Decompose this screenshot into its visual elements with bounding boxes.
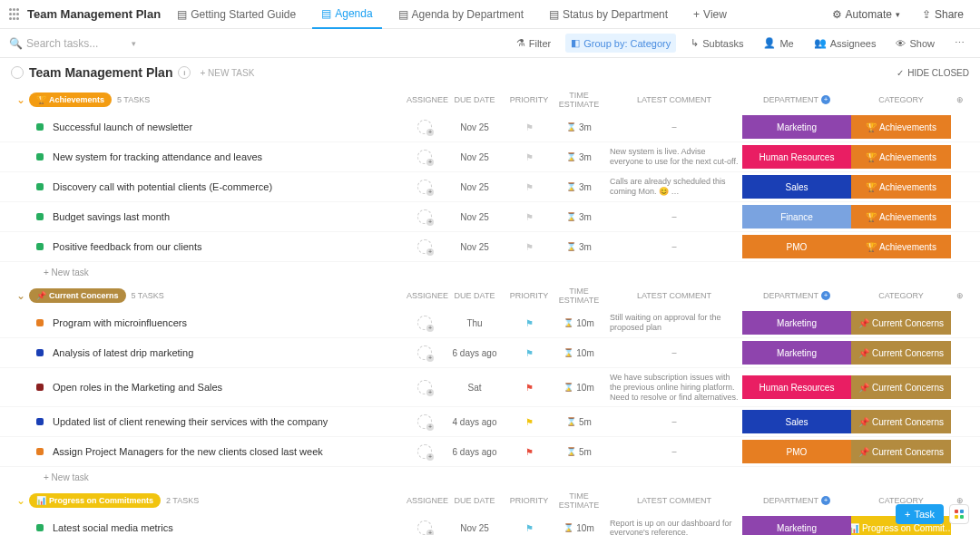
cell-category[interactable]: 🏆Achievements (851, 205, 951, 229)
status-indicator[interactable] (36, 183, 44, 190)
cell-department[interactable]: Finance (742, 205, 851, 229)
task-row[interactable]: Program with microinfluencersThu⚑⌛10mSti… (0, 308, 980, 338)
cell-due-date[interactable]: 6 days ago (443, 348, 506, 358)
task-row[interactable]: New system for tracking attendance and l… (0, 142, 980, 172)
task-name[interactable]: New system for tracking attendance and l… (53, 151, 407, 162)
new-task-button[interactable]: + New task (0, 467, 980, 488)
cell-department[interactable]: Sales (742, 175, 851, 199)
add-column-button[interactable]: ⊕ (951, 291, 969, 300)
col-latest-comment[interactable]: LATEST COMMENT (606, 496, 742, 505)
cell-due-date[interactable]: Thu (443, 318, 506, 328)
cell-category[interactable]: 🏆Achievements (851, 175, 951, 199)
cell-time-estimate[interactable]: ⌛3m (552, 182, 606, 192)
group-badge[interactable]: 📌Current Concerns (29, 288, 126, 303)
cell-time-estimate[interactable]: ⌛5m (552, 417, 606, 427)
cell-due-date[interactable]: Nov 25 (443, 212, 506, 222)
task-row[interactable]: Updated list of client renewing their se… (0, 407, 980, 437)
cell-assignee[interactable] (407, 520, 443, 535)
cell-category[interactable]: 🏆Achievements (851, 145, 951, 169)
cell-latest-comment[interactable]: – (606, 240, 742, 254)
assignees-button[interactable]: 👥 Assignees (808, 34, 882, 53)
more-button[interactable]: ⋯ (949, 34, 971, 53)
cell-time-estimate[interactable]: ⌛5m (552, 447, 606, 457)
cell-latest-comment[interactable]: We have subscription issues with the pre… (606, 371, 742, 404)
cell-department[interactable]: Marketing (742, 115, 851, 139)
col-assignee[interactable]: ASSIGNEE (407, 95, 443, 104)
cell-time-estimate[interactable]: ⌛3m (552, 242, 606, 252)
show-button[interactable]: 👁 Show (890, 34, 940, 53)
cell-category[interactable]: 📌Current Concerns (851, 311, 951, 335)
task-name[interactable]: Updated list of client renewing their se… (53, 416, 407, 427)
status-indicator[interactable] (36, 153, 44, 160)
filter-button[interactable]: ⚗ Filter (511, 34, 556, 53)
status-indicator[interactable] (36, 319, 44, 326)
tab-agenda[interactable]: ▤Agenda (312, 0, 381, 29)
cell-priority[interactable]: ⚑ (506, 383, 552, 392)
status-indicator[interactable] (36, 524, 44, 531)
task-name[interactable]: Budget savings last month (53, 211, 407, 222)
cell-assignee[interactable] (407, 316, 443, 330)
add-assignee-icon[interactable] (417, 444, 432, 459)
task-row[interactable]: Assign Project Managers for the new clie… (0, 437, 980, 467)
status-indicator[interactable] (36, 448, 44, 455)
cell-priority[interactable]: ⚑ (506, 523, 552, 532)
cell-category[interactable]: 🏆Achievements (851, 115, 951, 139)
cell-priority[interactable]: ⚑ (506, 318, 552, 327)
cell-time-estimate[interactable]: ⌛10m (552, 383, 606, 393)
cell-assignee[interactable] (407, 209, 443, 224)
col-priority[interactable]: PRIORITY (506, 291, 552, 300)
col-department[interactable]: DEPARTMENT + (742, 496, 851, 505)
add-assignee-icon[interactable] (417, 120, 432, 134)
cell-priority[interactable]: ⚑ (506, 212, 552, 221)
new-task-button[interactable]: + New task (0, 262, 980, 283)
cell-assignee[interactable] (407, 150, 443, 164)
cell-priority[interactable]: ⚑ (506, 152, 552, 161)
cell-time-estimate[interactable]: ⌛3m (552, 122, 606, 132)
fab-apps[interactable] (949, 504, 969, 524)
add-assignee-icon[interactable] (417, 209, 432, 224)
cell-due-date[interactable]: 4 days ago (443, 417, 506, 427)
col-due-date[interactable]: DUE DATE (443, 95, 506, 104)
add-view-button[interactable]: + View (684, 0, 736, 29)
add-assignee-icon[interactable] (417, 520, 432, 535)
cell-department[interactable]: Marketing (742, 341, 851, 365)
flag-icon[interactable]: ⚑ (524, 447, 534, 456)
group-badge[interactable]: 🏆Achievements (29, 92, 112, 107)
add-assignee-icon[interactable] (417, 180, 432, 194)
task-name[interactable]: Program with microinfluencers (53, 317, 407, 328)
cell-time-estimate[interactable]: ⌛10m (552, 523, 606, 533)
cell-due-date[interactable]: Nov 25 (443, 523, 506, 533)
flag-icon[interactable]: ⚑ (524, 348, 534, 357)
cell-assignee[interactable] (407, 414, 443, 429)
cell-department[interactable]: Marketing (742, 311, 851, 335)
cell-department[interactable]: Marketing (742, 516, 851, 535)
collapse-icon[interactable]: ⌄ (16, 494, 29, 507)
cell-due-date[interactable]: Nov 25 (443, 242, 506, 252)
col-time-estimate[interactable]: TIME ESTIMATE (552, 287, 606, 305)
task-row[interactable]: Latest social media metricsNov 25⚑⌛10mRe… (0, 513, 980, 535)
subtasks-button[interactable]: ↳ Subtasks (685, 34, 749, 53)
cell-latest-comment[interactable]: – (606, 121, 742, 134)
fab-new-task[interactable]: + Task (896, 504, 944, 524)
cell-department[interactable]: Sales (742, 410, 851, 433)
col-latest-comment[interactable]: LATEST COMMENT (606, 291, 742, 300)
cell-priority[interactable]: ⚑ (506, 182, 552, 191)
col-assignee[interactable]: ASSIGNEE (407, 496, 443, 505)
col-category[interactable]: CATEGORY (851, 95, 951, 104)
automate-button[interactable]: ⚙ Automate ▾ (825, 8, 907, 21)
search-input[interactable]: 🔍 Search tasks... ▾ (9, 37, 136, 50)
col-due-date[interactable]: DUE DATE (443, 496, 506, 505)
tab-agenda-by-department[interactable]: ▤Agenda by Department (389, 0, 533, 29)
add-assignee-icon[interactable] (417, 239, 432, 254)
cell-due-date[interactable]: Sat (443, 383, 506, 393)
task-name[interactable]: Positive feedback from our clients (53, 241, 407, 252)
col-category[interactable]: CATEGORY (851, 291, 951, 300)
group-badge[interactable]: 📊Progress on Commitments (29, 493, 161, 508)
cell-priority[interactable]: ⚑ (506, 447, 552, 456)
add-assignee-icon[interactable] (417, 414, 432, 429)
cell-assignee[interactable] (407, 180, 443, 194)
cell-department[interactable]: Human Resources (742, 375, 851, 399)
cell-latest-comment[interactable]: Report is up on our dashboard for everyo… (606, 517, 742, 535)
flag-icon[interactable]: ⚑ (524, 122, 534, 131)
col-time-estimate[interactable]: TIME ESTIMATE (552, 91, 606, 109)
